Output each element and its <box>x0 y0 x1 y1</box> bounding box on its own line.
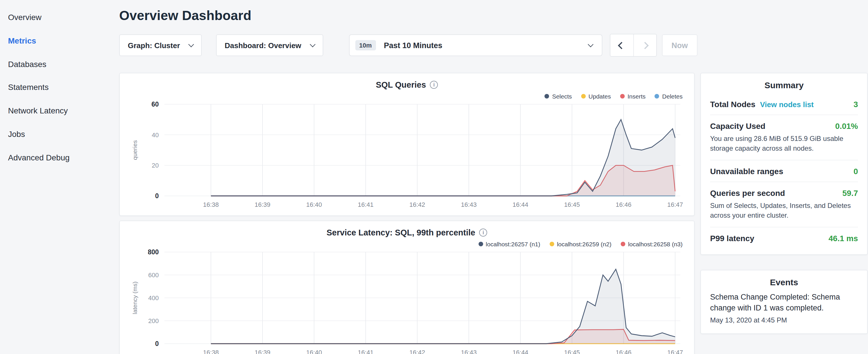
svg-text:0: 0 <box>155 192 159 200</box>
view-nodes-list-link[interactable]: View nodes list <box>760 100 813 109</box>
dashboard-controls: Graph: Cluster Dashboard: Overview 10m P… <box>119 34 868 57</box>
svg-text:16:41: 16:41 <box>358 201 373 208</box>
event-timestamp: May 13, 2020 at 4:45 PM <box>710 316 858 324</box>
summary-value: 3 <box>854 100 858 109</box>
page-title: Overview Dashboard <box>119 8 868 24</box>
legend-item-n2[interactable]: localhost:26259 (n2) <box>549 240 611 248</box>
svg-text:16:46: 16:46 <box>616 201 631 208</box>
chevron-down-icon <box>587 41 593 47</box>
chart-title: SQL Queries <box>376 80 426 89</box>
legend-dot <box>581 94 586 99</box>
summary-panel: Summary Total Nodes View nodes list 3 Ca… <box>700 73 868 255</box>
svg-text:16:38: 16:38 <box>203 349 219 354</box>
legend-dot <box>545 94 549 99</box>
dashboard-label: Dashboard: Overview <box>225 41 301 50</box>
svg-text:queries: queries <box>131 140 138 160</box>
svg-text:16:40: 16:40 <box>306 349 322 354</box>
legend-dot <box>549 242 554 246</box>
sql-queries-chart-panel: SQL Queries i Selects Updates <box>119 73 694 216</box>
summary-value: 0.01% <box>835 122 858 131</box>
now-button[interactable]: Now <box>662 34 698 56</box>
legend-dot <box>655 94 659 99</box>
legend-item-selects[interactable]: Selects <box>545 93 572 100</box>
sidebar-item-databases[interactable]: Databases <box>8 53 112 76</box>
time-window-dropdown[interactable]: 10m Past 10 Minutes <box>349 34 602 56</box>
events-heading: Events <box>710 277 858 287</box>
svg-text:16:42: 16:42 <box>409 349 425 354</box>
sidebar-item-network-latency[interactable]: Network Latency <box>8 99 112 123</box>
sidebar-item-advanced-debug[interactable]: Advanced Debug <box>8 146 112 169</box>
summary-value: 0 <box>854 167 858 176</box>
info-icon[interactable]: i <box>479 229 488 236</box>
sidebar-item-overview[interactable]: Overview <box>8 6 112 29</box>
svg-text:40: 40 <box>152 131 159 139</box>
svg-text:16:38: 16:38 <box>203 201 219 208</box>
legend-item-n1[interactable]: localhost:26257 (n1) <box>478 240 540 248</box>
dashboard-dropdown[interactable]: Dashboard: Overview <box>216 34 323 56</box>
legend-item-inserts[interactable]: Inserts <box>620 93 646 100</box>
svg-text:16:45: 16:45 <box>564 349 580 354</box>
time-prev-button[interactable] <box>610 34 633 56</box>
summary-description: Sum of Selects, Updates, Inserts, and De… <box>710 201 858 221</box>
time-window-label: Past 10 Minutes <box>384 41 442 50</box>
legend-item-n3[interactable]: localhost:26258 (n3) <box>621 240 683 248</box>
summary-label: Queries per second <box>710 189 785 198</box>
svg-text:16:46: 16:46 <box>616 349 631 354</box>
chevron-right-icon <box>641 41 649 49</box>
sql-queries-chart[interactable]: 16:3816:3916:4016:4116:4216:4316:4416:45… <box>129 101 686 211</box>
app-root: Overview Metrics Databases Statements Ne… <box>0 0 868 354</box>
legend-dot <box>478 242 483 246</box>
service-latency-chart[interactable]: 16:3816:3916:4016:4116:4216:4316:4416:45… <box>129 249 686 354</box>
graph-scope-label: Graph: Cluster <box>128 41 180 50</box>
summary-label: Total Nodes <box>710 100 755 109</box>
summary-row-unavailable-ranges: Unavailable ranges 0 <box>710 160 858 182</box>
svg-text:800: 800 <box>148 249 159 256</box>
time-window-badge: 10m <box>355 40 376 51</box>
sidebar-item-statements[interactable]: Statements <box>8 76 112 99</box>
legend-dot <box>621 242 625 246</box>
svg-text:16:45: 16:45 <box>564 201 580 208</box>
sidebar-item-jobs[interactable]: Jobs <box>8 123 112 146</box>
right-column: Summary Total Nodes View nodes list 3 Ca… <box>700 73 868 334</box>
sidebar-item-metrics[interactable]: Metrics <box>8 29 112 53</box>
summary-row-total-nodes: Total Nodes View nodes list 3 <box>710 93 858 115</box>
svg-text:16:47: 16:47 <box>667 201 683 208</box>
svg-text:16:42: 16:42 <box>409 201 425 208</box>
time-step-buttons <box>610 34 656 57</box>
legend-item-updates[interactable]: Updates <box>581 93 611 100</box>
svg-text:20: 20 <box>152 162 159 169</box>
svg-text:latency (ms): latency (ms) <box>131 282 138 314</box>
svg-text:16:43: 16:43 <box>461 349 476 354</box>
svg-text:0: 0 <box>155 340 159 347</box>
svg-text:600: 600 <box>148 271 159 279</box>
svg-text:16:39: 16:39 <box>254 349 270 354</box>
summary-heading: Summary <box>710 80 858 90</box>
chevron-down-icon <box>188 41 194 47</box>
event-item[interactable]: Schema Change Completed: Schema change w… <box>710 291 858 324</box>
svg-text:200: 200 <box>148 317 159 324</box>
svg-text:16:44: 16:44 <box>513 349 528 354</box>
chevron-left-icon <box>618 41 625 49</box>
summary-row-p99-latency: P99 latency 46.1 ms <box>710 227 858 248</box>
summary-label: Unavailable ranges <box>710 167 783 176</box>
event-text: Schema Change Completed: Schema change w… <box>710 291 858 314</box>
chart-title: Service Latency: SQL, 99th percentile <box>327 228 475 237</box>
chart-legend: Selects Updates Inserts <box>129 92 685 101</box>
svg-text:16:40: 16:40 <box>306 201 322 208</box>
summary-row-capacity-used: Capacity Used 0.01% You are using 28.6 M… <box>710 115 858 160</box>
legend-item-deletes[interactable]: Deletes <box>655 93 683 100</box>
time-controls: 10m Past 10 Minutes Now <box>349 34 698 57</box>
info-icon[interactable]: i <box>430 81 438 89</box>
legend-dot <box>620 94 625 99</box>
svg-text:400: 400 <box>148 294 159 301</box>
summary-label: Capacity Used <box>710 122 766 131</box>
time-next-button[interactable] <box>633 34 656 56</box>
graph-scope-dropdown[interactable]: Graph: Cluster <box>119 34 202 56</box>
svg-text:16:43: 16:43 <box>461 201 476 208</box>
svg-text:16:47: 16:47 <box>667 349 683 354</box>
summary-label: P99 latency <box>710 233 754 243</box>
service-latency-chart-panel: Service Latency: SQL, 99th percentile i … <box>119 221 694 354</box>
chart-legend: localhost:26257 (n1) localhost:26259 (n2… <box>129 239 685 249</box>
chevron-down-icon <box>309 41 315 47</box>
sidebar: Overview Metrics Databases Statements Ne… <box>0 0 112 354</box>
